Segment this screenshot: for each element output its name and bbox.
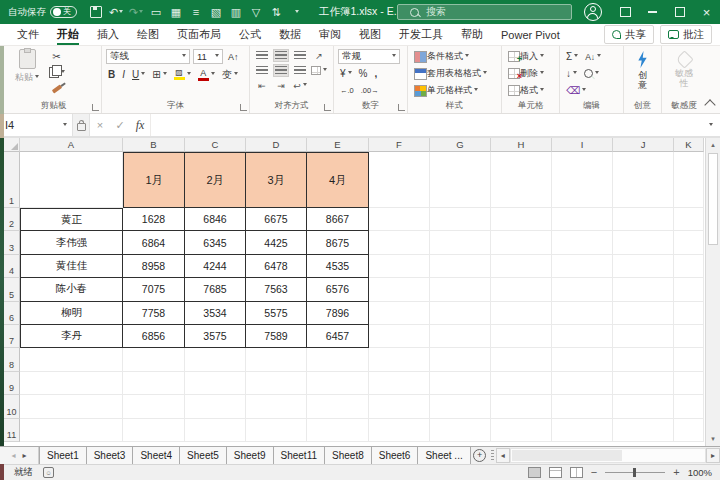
autosave-toggle[interactable]: 关 [50, 6, 77, 18]
autosum-button[interactable]: Σ [564, 49, 580, 64]
grid-cell[interactable] [491, 419, 552, 442]
grid-cell[interactable] [674, 152, 704, 208]
redo-button[interactable]: ↷ [127, 3, 145, 21]
sheet-tab-Sheet3[interactable]: Sheet3 [87, 447, 134, 464]
formula-input[interactable] [150, 114, 700, 136]
grid-cell[interactable] [430, 231, 491, 254]
row-header-1[interactable]: 1 [4, 152, 20, 208]
grid-cell[interactable] [491, 152, 552, 208]
grid-cell[interactable] [185, 395, 246, 418]
column-header-D[interactable]: D [246, 138, 307, 152]
sensitivity-button[interactable]: 敏感性 [666, 53, 702, 89]
grid-cell[interactable] [369, 302, 430, 325]
sheet-tab-Sheet4[interactable]: Sheet4 [133, 447, 180, 464]
dialog-launcher-icon[interactable] [240, 104, 247, 111]
grid-cell[interactable] [552, 372, 613, 395]
grid-cell[interactable] [674, 419, 704, 442]
grid-cell[interactable] [491, 325, 552, 348]
sheet-tab-Sheet8[interactable]: Sheet8 [325, 447, 372, 464]
select-all-corner[interactable] [4, 138, 20, 152]
italic-button[interactable]: I [120, 67, 127, 82]
align-right-button[interactable] [292, 64, 308, 77]
value-cell[interactable]: 4535 [307, 255, 369, 278]
grid-cell[interactable] [307, 419, 369, 442]
grid-cell[interactable] [369, 325, 430, 348]
font-color-button[interactable]: A [196, 67, 217, 82]
collapse-ribbon-button[interactable] [704, 99, 715, 110]
ribbon-tab-审阅[interactable]: 审阅 [310, 24, 350, 45]
maximize-button[interactable] [666, 0, 693, 24]
value-cell[interactable]: 6345 [185, 231, 246, 254]
grid-cell[interactable] [613, 255, 674, 278]
grid-cell[interactable] [430, 419, 491, 442]
ribbon-tab-视图[interactable]: 视图 [350, 24, 390, 45]
accessibility-check-icon[interactable]: ☺ [43, 467, 54, 478]
horizontal-scroll-thumb[interactable] [512, 450, 622, 461]
format-cells-button[interactable]: ·格式 [506, 83, 546, 98]
align-center-button[interactable] [273, 64, 289, 77]
grid-cell[interactable] [552, 231, 613, 254]
grid-cell[interactable] [674, 325, 704, 348]
grid-cell[interactable] [369, 348, 430, 371]
grid-cell[interactable] [552, 302, 613, 325]
value-cell[interactable]: 6864 [123, 231, 185, 254]
grid-cell[interactable] [246, 419, 307, 442]
qat-filter-icon[interactable]: ▽ [247, 3, 265, 21]
grid-cell[interactable] [613, 372, 674, 395]
month-header-cell[interactable]: 4月 [307, 152, 369, 208]
grid-cell[interactable] [430, 302, 491, 325]
grid-cell[interactable] [430, 152, 491, 208]
grid-cell[interactable] [20, 395, 123, 418]
grid-cell[interactable] [369, 372, 430, 395]
qat-list-icon[interactable]: ≡ [187, 3, 205, 21]
grid-cell[interactable] [552, 419, 613, 442]
number-format-select[interactable]: 常规 [338, 49, 400, 64]
grid-cell[interactable] [674, 278, 704, 301]
zoom-level[interactable]: 100% [688, 467, 712, 478]
merge-center-button[interactable] [311, 64, 327, 77]
dialog-launcher-icon[interactable] [324, 104, 331, 111]
value-cell[interactable]: 6457 [307, 325, 369, 348]
format-painter-icon[interactable] [48, 81, 65, 96]
align-middle-button[interactable] [273, 49, 289, 62]
grid-cell[interactable] [613, 278, 674, 301]
align-top-button[interactable] [254, 49, 270, 62]
name-cell[interactable]: 陈小春 [20, 278, 123, 301]
decrease-decimal-button[interactable]: .00→ [359, 83, 381, 98]
grid-cell[interactable] [123, 348, 185, 371]
grid-cell[interactable] [552, 278, 613, 301]
grid-cell[interactable] [430, 395, 491, 418]
value-cell[interactable]: 6675 [246, 208, 307, 231]
grid-cell[interactable] [674, 255, 704, 278]
insert-cells-button[interactable]: +插入 [506, 49, 546, 64]
grid-cell[interactable] [369, 419, 430, 442]
qat-window-icon[interactable]: ▧ [207, 3, 225, 21]
copy-icon[interactable] [48, 65, 65, 80]
grid-cell[interactable] [123, 372, 185, 395]
grid-cell[interactable] [430, 278, 491, 301]
grid-cell[interactable] [674, 208, 704, 231]
grid-cell[interactable] [185, 419, 246, 442]
row-header-2[interactable]: 2 [4, 208, 20, 231]
find-select-button[interactable] [582, 66, 601, 81]
grid-cell[interactable] [307, 372, 369, 395]
tab-splitter[interactable] [491, 450, 494, 461]
bold-button[interactable]: B [106, 67, 117, 82]
grid-cell[interactable] [369, 278, 430, 301]
font-size-select[interactable]: 11 [193, 49, 223, 64]
grid-cell[interactable] [674, 302, 704, 325]
grid-cell[interactable] [430, 372, 491, 395]
grid-cell[interactable] [552, 395, 613, 418]
ribbon-tab-开发工具[interactable]: 开发工具 [390, 24, 452, 45]
close-button[interactable]: × [693, 0, 720, 24]
cell-styles-button[interactable]: 单元格样式 [412, 83, 480, 98]
row-header-8[interactable]: 8 [4, 348, 20, 371]
value-cell[interactable]: 1628 [123, 208, 185, 231]
grid-cell[interactable] [369, 152, 430, 208]
wrap-text-button[interactable]: ↩ [292, 79, 308, 92]
name-cell[interactable]: 柳明 [20, 302, 123, 325]
ribbon-tab-帮助[interactable]: 帮助 [452, 24, 492, 45]
underline-button[interactable]: U [130, 67, 147, 82]
row-header-7[interactable]: 7 [4, 325, 20, 348]
expand-formula-bar-button[interactable] [700, 114, 720, 136]
